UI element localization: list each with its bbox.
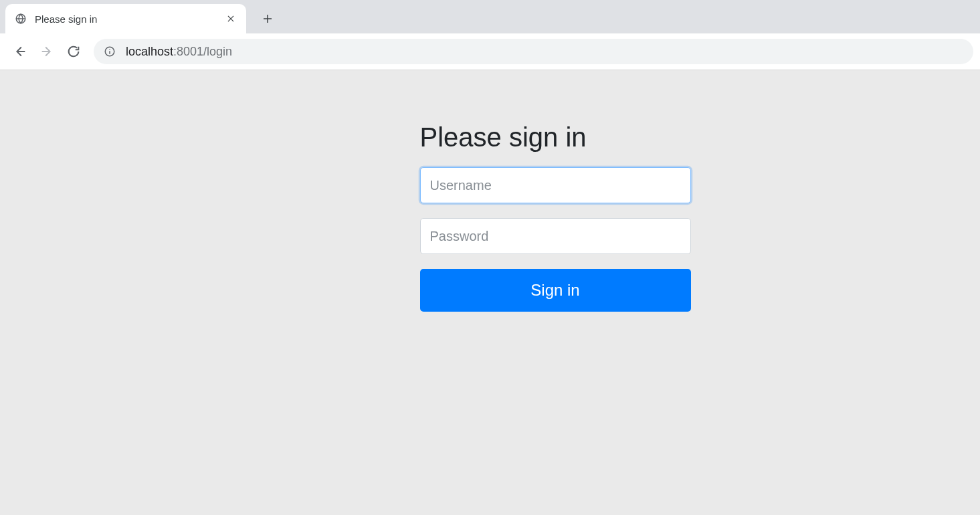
browser-chrome: Please sign in — [0, 0, 980, 70]
globe-icon — [15, 13, 27, 25]
reload-button[interactable] — [60, 38, 87, 65]
new-tab-button[interactable] — [256, 7, 280, 31]
browser-tab[interactable]: Please sign in — [5, 4, 246, 33]
svg-point-3 — [109, 49, 110, 50]
forward-button[interactable] — [33, 38, 60, 65]
browser-toolbar: localhost:8001/login — [0, 33, 980, 70]
address-bar[interactable]: localhost:8001/login — [94, 39, 973, 64]
url-text: localhost:8001/login — [126, 45, 232, 59]
page-content: Please sign in Sign in — [0, 70, 980, 515]
url-rest: :8001/login — [173, 45, 232, 58]
info-icon — [103, 45, 116, 58]
close-icon[interactable] — [225, 13, 237, 25]
tab-title: Please sign in — [35, 13, 225, 25]
url-host: localhost — [126, 45, 173, 58]
username-input[interactable] — [420, 167, 691, 203]
login-heading: Please sign in — [420, 122, 691, 152]
tab-strip: Please sign in — [0, 0, 980, 33]
signin-button[interactable]: Sign in — [420, 269, 691, 312]
login-form: Please sign in Sign in — [420, 122, 691, 515]
password-input[interactable] — [420, 218, 691, 254]
back-button[interactable] — [7, 38, 33, 65]
